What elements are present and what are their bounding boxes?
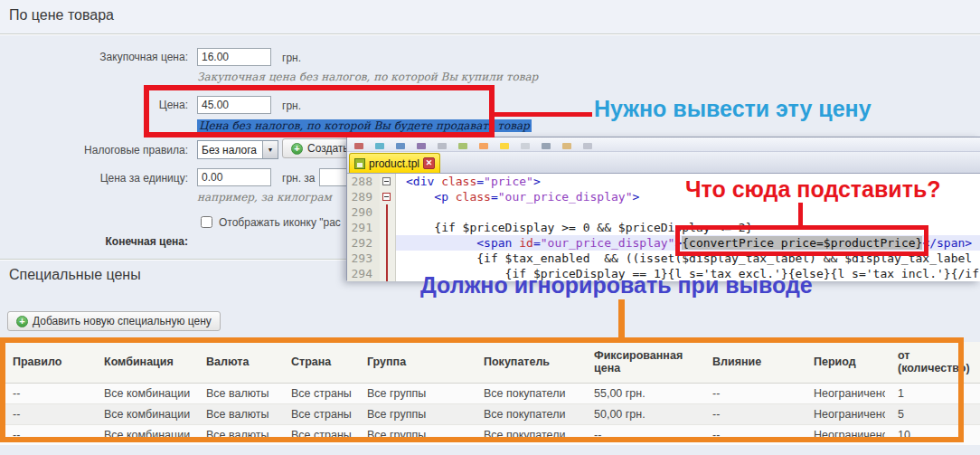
toolbar-icon[interactable] <box>354 143 363 149</box>
line-number: 294 <box>347 266 380 281</box>
special-prices-title: Специальные цены <box>9 267 141 283</box>
add-special-price-button[interactable]: Добавить новую специальную цену <box>7 311 221 331</box>
orange-connector-line <box>618 299 625 338</box>
purchase-price-label: Закупочная цена: <box>7 51 188 63</box>
unit-price-hint: например, за килограм <box>197 191 332 204</box>
fold-collapse-icon[interactable] <box>382 193 391 201</box>
fold-margin <box>380 204 396 220</box>
line-number: 293 <box>347 251 380 266</box>
red-connector-line <box>798 203 803 227</box>
tax-rules-select[interactable]: Без налога ▼ <box>197 140 278 159</box>
divider <box>0 33 980 35</box>
purchase-price-field[interactable] <box>197 48 271 66</box>
fold-collapse-icon[interactable] <box>382 177 391 185</box>
close-tab-icon[interactable]: ✕ <box>423 157 435 169</box>
line-number: 291 <box>347 220 380 235</box>
fold-margin <box>380 189 396 204</box>
table-highlight-box <box>0 337 964 442</box>
add-icon <box>16 316 28 327</box>
annotation-need-output: Нужно вывести эту цену <box>594 96 872 122</box>
code-highlight-box <box>675 225 928 256</box>
editor-tab-bar: product.tpl ✕ <box>347 152 980 174</box>
toolbar-icon[interactable] <box>375 143 384 149</box>
code-line: 290 <box>347 204 980 220</box>
annotation-should-ignore: Должно игнорировать при выводе <box>420 272 813 299</box>
tax-rules-label: Налоговые правила: <box>7 144 188 156</box>
fold-guide-line <box>386 251 388 266</box>
toolbar-icon[interactable] <box>458 143 467 149</box>
purchase-price-hint: Закупочная цена без налогов, по которой … <box>197 71 538 83</box>
code-editor-window: product.tpl ✕ 288<div class="price">289 … <box>346 137 980 280</box>
fold-guide-line <box>386 266 388 281</box>
toolbar-icon[interactable] <box>500 143 509 149</box>
red-connector-line <box>495 112 592 117</box>
unit-price-field[interactable] <box>197 168 271 186</box>
editor-toolbar <box>347 137 980 152</box>
toolbar-icon[interactable] <box>417 143 426 149</box>
add-icon <box>291 143 303 155</box>
line-number: 289 <box>347 189 380 204</box>
fold-guide-line <box>386 220 388 235</box>
line-number: 290 <box>347 204 380 220</box>
annotation-what-substitute: Что сюда подставить? <box>685 176 941 203</box>
fold-margin <box>380 266 396 281</box>
toolbar-icon[interactable] <box>396 143 405 149</box>
unit-price-unit: грн. за <box>282 172 316 185</box>
price-highlight-box <box>144 85 495 137</box>
fold-margin <box>380 235 396 251</box>
chevron-down-icon[interactable]: ▼ <box>262 141 278 158</box>
fold-margin <box>380 220 396 235</box>
line-number: 292 <box>347 235 380 251</box>
tab-title: product.tpl <box>369 157 419 170</box>
toolbar-icon[interactable] <box>542 143 551 149</box>
tab-product-tpl[interactable]: product.tpl ✕ <box>349 153 440 173</box>
fold-guide-line <box>386 235 388 251</box>
purchase-price-unit: грн. <box>282 52 301 64</box>
toolbar-icon[interactable] <box>438 143 447 149</box>
toolbar-icon[interactable] <box>583 143 592 149</box>
save-icon <box>354 158 365 169</box>
create-tax-rule-label: Создать <box>307 142 349 155</box>
fold-margin <box>380 174 396 189</box>
toolbar-icon[interactable] <box>521 143 530 149</box>
line-number: 288 <box>347 174 380 189</box>
page-title: По цене товара <box>9 7 114 24</box>
fold-margin <box>380 251 396 266</box>
fold-guide-line <box>386 204 388 220</box>
toolbar-icon[interactable] <box>562 143 571 149</box>
product-price-admin-screen: По цене товара Закупочная цена: грн. Зак… <box>0 0 980 455</box>
toolbar-icon[interactable] <box>479 143 488 149</box>
add-special-price-label: Добавить новую специальную цену <box>33 315 212 327</box>
tax-rules-value: Без налога <box>198 144 262 156</box>
final-price-label: Конечная цена: <box>7 235 188 248</box>
unit-price-label: Цена за единицу: <box>7 172 188 185</box>
code-text <box>396 204 980 220</box>
display-icon-label: Отображать иконку "рас <box>219 216 341 229</box>
display-icon-checkbox[interactable] <box>201 216 212 228</box>
